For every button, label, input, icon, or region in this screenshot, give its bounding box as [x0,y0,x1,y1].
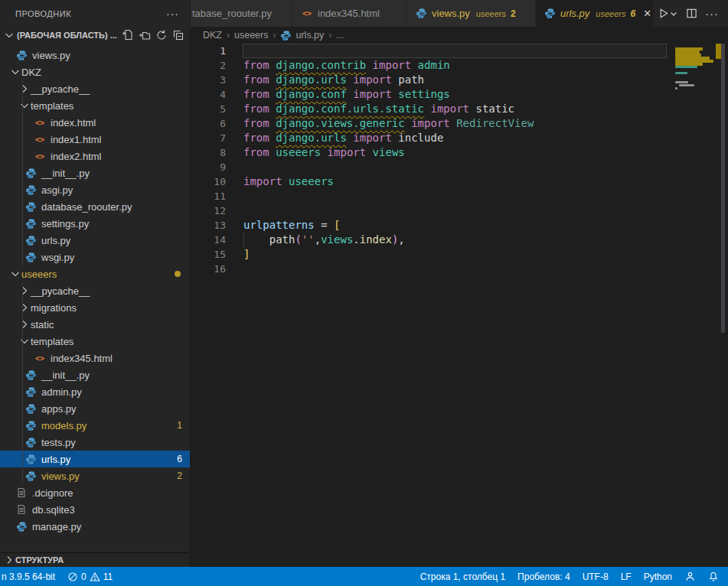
workspace-actions [121,28,185,42]
tree-item-settings.py[interactable]: settings.py [0,215,190,232]
outline-label: СТРУКТУРА [15,555,64,565]
tree-item-.dcignore[interactable]: .dcignore [0,484,190,501]
tree-item-models.py[interactable]: models.py1 [0,417,190,434]
tree-item-label: manage.py [32,521,81,532]
breadcrumb-item-...[interactable]: ... [336,30,344,41]
tree-item-apps.py[interactable]: apps.py [0,400,190,417]
code-line-8: 8from useeers import views [191,145,728,160]
editor-scrollbar[interactable] [721,44,725,333]
notifications-item[interactable] [702,567,725,586]
tab-tabase_roouter.py[interactable]: tabase_roouter.py [191,0,293,27]
python-interpreter-item[interactable]: n 3.9.5 64-bit [0,567,61,586]
explorer-more-actions-icon[interactable]: ··· [166,8,179,20]
tab-urls.py[interactable]: urls.pyuseeers6✕ [536,0,654,27]
tab-views.py[interactable]: views.pyuseeers2 [407,0,536,27]
python-icon [280,30,292,41]
python-interpreter-label: n 3.9.5 64-bit [2,571,55,582]
tree-item-views.py[interactable]: views.py2 [0,467,190,484]
minimap[interactable] [672,44,720,288]
tab-directory-hint: useeers [476,9,506,18]
more-actions-button[interactable]: ··· [702,4,722,24]
code-line-4: 4from django.conf import settings [191,87,728,102]
tree-item-views.py[interactable]: views.py [0,47,190,63]
problems-item[interactable]: 0 11 [61,567,119,586]
tree-item-manage.py[interactable]: manage.py [0,518,190,535]
tree-item-admin.py[interactable]: admin.py [0,383,190,400]
code-editor[interactable]: 12from django.contrib import admin3from … [191,44,728,567]
new-file-icon [122,29,134,41]
status-bar: n 3.9.5 64-bit 0 11 Строка 1, столбец 1 … [0,567,728,586]
tree-item-label: asgi.py [41,184,73,196]
file-tree: views.pyDKZ__pycache__templates<>index.h… [0,44,190,535]
workspace-section-header[interactable]: (РАБОЧАЯ ОБЛАСТЬ) ... [0,27,190,44]
new-folder-button[interactable] [138,28,152,42]
code-line-9: 9 [191,160,728,174]
line-number: 9 [191,160,226,174]
breadcrumb-separator-icon: › [328,30,331,41]
code-line-11: 11 [191,189,728,203]
tree-item-label: views.py [32,50,70,61]
tab-label: index345.html [318,8,380,19]
eol-item[interactable]: LF [615,567,638,586]
tree-item-label: settings.py [41,218,89,230]
vscode-window: ПРОВОДНИК ··· (РАБОЧАЯ ОБЛАСТЬ) ... view… [0,0,728,586]
breadcrumb-item-useeers[interactable]: useeers [234,30,268,41]
tree-item-db.sqlite3[interactable]: db.sqlite3 [0,501,190,518]
tree-item-static[interactable]: static [0,316,190,333]
tree-item-database_roouter.py[interactable]: database_roouter.py [0,198,190,215]
indentation-item[interactable]: Пробелов: 4 [511,567,576,586]
tree-item-templates[interactable]: templates [0,97,190,114]
chevron-right-icon [18,301,31,314]
tree-item-__pycache__[interactable]: __pycache__ [0,282,190,299]
tree-item-label: useeers [21,269,57,280]
feedback-icon [684,571,696,582]
python-icon [25,403,37,415]
tree-item-index345.html[interactable]: <>index345.html [0,350,190,366]
tree-item-__init__.py[interactable]: __init__.py [0,164,190,181]
language-mode-item[interactable]: Python [638,567,678,586]
code-text: ] [243,247,250,262]
explorer-header: ПРОВОДНИК ··· [0,0,190,27]
new-file-button[interactable] [121,28,135,42]
tree-item-label: __init__.py [41,370,90,381]
code-line-2: 2from django.contrib import admin [191,58,728,73]
tree-item-index2.html[interactable]: <>index2.html [0,148,190,164]
tree-item-index1.html[interactable]: <>index1.html [0,131,190,148]
tree-item-label: __init__.py [41,168,90,179]
tab-label: views.py [432,8,470,19]
chevron-down-icon [3,29,15,41]
line-number: 6 [191,116,226,131]
tree-item-DKZ[interactable]: DKZ [0,63,190,80]
refresh-button[interactable] [155,28,168,42]
tree-item-tests.py[interactable]: tests.py [0,434,190,451]
code-text: from django.views.generic import Redirec… [243,116,534,131]
tree-item-__init__.py[interactable]: __init__.py [0,366,190,383]
run-button[interactable] [655,4,681,24]
tree-item-asgi.py[interactable]: asgi.py [0,181,190,198]
tree-item-templates[interactable]: templates [0,333,190,350]
tree-item-migrations[interactable]: migrations [0,299,190,316]
html-icon: <> [35,354,44,363]
tree-item-useeers[interactable]: useeers [0,265,190,282]
tree-item-urls.py[interactable]: urls.py6 [0,451,190,467]
split-editor-button[interactable] [683,4,700,24]
close-icon[interactable]: ✕ [643,8,651,19]
encoding-item[interactable]: UTF-8 [576,567,615,586]
breadcrumb-item-DKZ[interactable]: DKZ [203,30,222,41]
feedback-item[interactable] [678,567,702,586]
line-number: 16 [191,262,226,276]
collapse-all-button[interactable] [171,28,185,42]
tree-item-index.html[interactable]: <>index.html [0,114,190,131]
breadcrumb-label: useeers [234,30,268,41]
tab-index345.html[interactable]: <>index345.html [293,0,407,27]
tree-item-wsgi.py[interactable]: wsgi.py [0,249,190,265]
cursor-position-item[interactable]: Строка 1, столбец 1 [414,567,511,586]
tree-item-urls.py[interactable]: urls.py [0,232,190,249]
tree-item-__pycache__[interactable]: __pycache__ [0,80,190,97]
chevron-right-icon [18,318,31,330]
breadcrumb-item-urls.py[interactable]: urls.py [280,30,324,41]
outline-section-header[interactable]: СТРУКТУРА [0,552,190,567]
bell-icon [708,571,719,582]
editor-group: tabase_roouter.py<>index345.htmlviews.py… [191,0,728,567]
code-text: import useeers [243,174,334,189]
